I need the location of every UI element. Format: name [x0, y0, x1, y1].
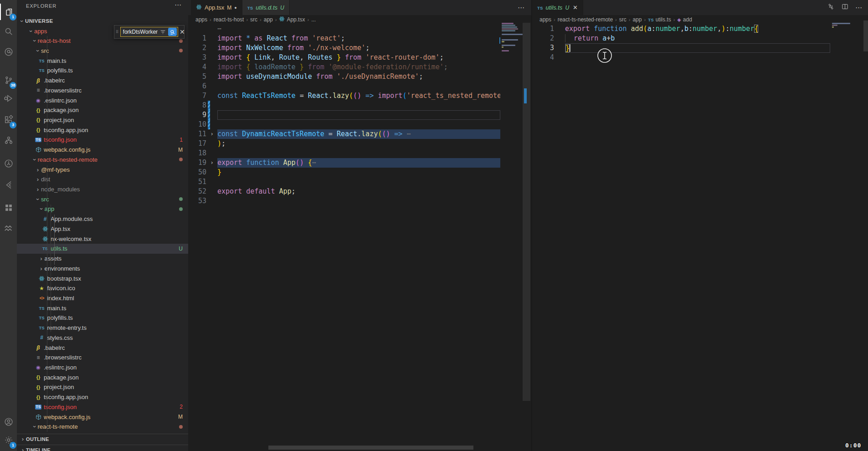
code-line: 8 — [188, 101, 500, 110]
dirty-indicator-icon[interactable]: ● — [234, 5, 236, 10]
tree-item-file[interactable]: {}tsconfig.app.json — [17, 392, 188, 402]
extensions-icon[interactable]: 3 — [0, 112, 17, 128]
breadcrumb-item[interactable]: src — [250, 16, 257, 23]
tree-find-value[interactable]: forkDtsWorker — [123, 29, 158, 35]
source-control-icon[interactable]: 38 — [0, 72, 17, 88]
breadcrumb-item[interactable]: App.tsx — [279, 16, 305, 23]
breadcrumb-item[interactable]: ... — [311, 16, 316, 23]
tree-item-file[interactable]: {}tsconfig.app.json — [17, 125, 188, 135]
react-file-icon — [41, 226, 49, 232]
tree-item-file[interactable]: TStsconfig.json2 — [17, 402, 188, 412]
search-icon[interactable] — [0, 23, 17, 40]
tree-item-file[interactable]: TStsconfig.json1 — [17, 135, 188, 145]
timeline-section-header[interactable]: › TIMELINE — [17, 445, 188, 451]
share-icon[interactable] — [0, 155, 17, 172]
workspace-section-header[interactable]: › UNIVERSE — [19, 16, 53, 26]
sync-changes-icon[interactable] — [827, 3, 835, 12]
explorer-more-actions-icon[interactable]: ⋯ — [175, 1, 182, 9]
breadcrumb-item[interactable]: ◈add — [677, 16, 692, 23]
grid-icon[interactable] — [0, 200, 17, 216]
minimap-line — [502, 28, 518, 30]
tree-item-file[interactable]: β.babelrc — [17, 343, 188, 353]
tree-item-folder[interactable]: ›src — [17, 194, 188, 204]
tree-item-file[interactable]: TSpolyfills.ts — [17, 313, 188, 323]
tree-item-folder[interactable]: ›react-ts-nested-remote — [17, 154, 188, 164]
tree-item-file[interactable]: TSmain.ts — [17, 303, 188, 313]
tree-item-file[interactable]: TSpolyfills.ts — [17, 66, 188, 76]
breadcrumb-item[interactable]: react-ts-nested-remote — [558, 16, 613, 23]
chevron-down-icon: › — [31, 156, 38, 163]
breadcrumb-item[interactable]: react-ts-host — [214, 16, 244, 23]
vertical-scrollbar[interactable] — [863, 20, 868, 51]
tree-item-folder[interactable]: ›react-ts-remote — [17, 422, 188, 432]
tree-item-file[interactable]: App.tsx — [17, 224, 188, 234]
tree-item-file[interactable]: ≡.browserslistrc — [17, 85, 188, 95]
code-text: import * as React from 'react'; — [217, 34, 500, 43]
tree-item-file[interactable]: TSutils.tsU — [17, 244, 188, 254]
tree-item-file[interactable]: TSmain.ts — [17, 56, 188, 66]
fold-icon[interactable]: › — [206, 158, 217, 168]
waves-icon[interactable] — [0, 220, 17, 236]
code-text: } — [217, 168, 500, 177]
tree-item-file[interactable]: ≡.browserslistrc — [17, 353, 188, 363]
breadcrumb-item[interactable]: apps — [539, 16, 551, 23]
tree-item-file[interactable]: {}package.json — [17, 105, 188, 115]
breadcrumb-item[interactable]: TSutils.ts — [648, 16, 671, 23]
tree-item-folder[interactable]: ›@mf-types — [17, 164, 188, 174]
account-icon[interactable] — [0, 414, 17, 430]
tree-find-input[interactable]: forkDtsWorker — [120, 27, 178, 37]
tree-item-file[interactable]: bootstrap.tsx — [17, 273, 188, 283]
tree-item-folder[interactable]: ›node_modules — [17, 184, 188, 195]
minimap[interactable] — [501, 21, 523, 62]
tree-item-file[interactable]: nx-welcome.tsx — [17, 234, 188, 244]
tree-item-file[interactable]: {}project.json — [17, 115, 188, 125]
breadcrumb-item[interactable]: app — [632, 16, 642, 23]
tree-item-folder[interactable]: ›assets — [17, 254, 188, 264]
code-editor-utils-ts[interactable]: 1export function add(a:number,b:number,)… — [532, 24, 830, 62]
vertical-scrollbar[interactable] — [523, 23, 530, 401]
tree-item-folder[interactable]: ›app — [17, 204, 188, 214]
testing-icon[interactable] — [0, 132, 17, 149]
files-icon[interactable]: 1 — [0, 4, 17, 20]
tab-utils-d-ts[interactable]: TSutils.d.tsU — [242, 0, 290, 15]
tree-item-file[interactable]: <>index.html — [17, 293, 188, 303]
fold-icon[interactable]: › — [206, 129, 217, 139]
tree-item-folder[interactable]: ›src — [17, 46, 188, 56]
k-logo-icon[interactable] — [0, 177, 17, 193]
tree-item-folder[interactable]: ›dist — [17, 174, 188, 184]
breadcrumb-item[interactable]: app — [264, 16, 273, 23]
minimap[interactable] — [831, 22, 852, 36]
outline-section-header[interactable]: › OUTLINE — [17, 434, 188, 444]
fuzzy-match-toggle[interactable] — [168, 28, 177, 36]
minimap-line — [502, 23, 514, 24]
close-icon[interactable]: ✕ — [180, 28, 185, 36]
drag-grip-icon[interactable]: ⠿ — [116, 31, 119, 34]
tree-item-file[interactable]: ◉.eslintrc.json — [17, 362, 188, 372]
debug-icon[interactable] — [0, 90, 17, 107]
code-editor-app-tsx[interactable]: ⋯1import * as React from 'react';2import… — [188, 24, 500, 206]
tree-item-file[interactable]: {}project.json — [17, 382, 188, 392]
tree-item-file[interactable]: webpack.config.jsM — [17, 145, 188, 155]
breadcrumb-item[interactable]: src — [619, 16, 627, 23]
tree-item-file[interactable]: #App.module.css — [17, 214, 188, 224]
code-line: 9 — [188, 110, 500, 120]
split-editor-icon[interactable] — [841, 3, 849, 12]
tree-item-file[interactable]: ★favicon.ico — [17, 283, 188, 293]
settings-icon[interactable]: 1 — [0, 432, 17, 448]
tab-utils-ts[interactable]: TSutils.tsU✕ — [532, 0, 583, 15]
breadcrumb-item[interactable]: apps — [195, 16, 207, 23]
filter-icon[interactable] — [159, 28, 167, 36]
tree-item-folder[interactable]: ›environments — [17, 263, 188, 273]
remote-icon[interactable] — [0, 44, 17, 60]
tab-App-tsx[interactable]: App.tsxM● — [191, 0, 242, 15]
tree-item-file[interactable]: {}package.json — [17, 372, 188, 382]
more-actions-icon[interactable]: ⋯ — [518, 4, 525, 12]
tree-item-file[interactable]: TSremote-entry.ts — [17, 323, 188, 333]
horizontal-scrollbar[interactable] — [268, 446, 473, 450]
close-icon[interactable]: ✕ — [573, 4, 578, 11]
tree-item-file[interactable]: #styles.css — [17, 333, 188, 343]
tree-item-file[interactable]: ◉.eslintrc.json — [17, 95, 188, 105]
tree-item-file[interactable]: webpack.config.jsM — [17, 412, 188, 422]
tree-item-file[interactable]: β.babelrc — [17, 76, 188, 86]
more-actions-icon[interactable]: ⋯ — [855, 4, 863, 12]
